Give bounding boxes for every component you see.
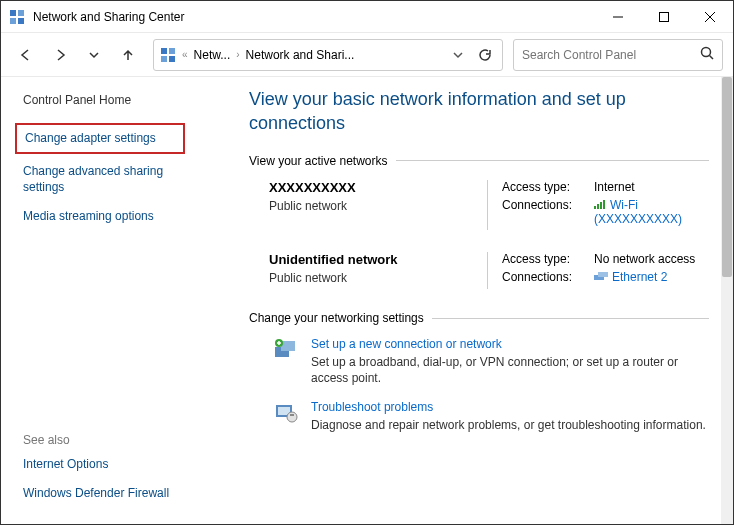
- forward-button[interactable]: [45, 40, 75, 70]
- value-access-type: No network access: [594, 252, 709, 266]
- svg-rect-14: [594, 206, 596, 209]
- breadcrumb-item[interactable]: Netw...: [194, 48, 231, 62]
- svg-rect-3: [18, 18, 24, 24]
- search-input[interactable]: [522, 48, 700, 62]
- label-access-type: Access type:: [502, 180, 594, 194]
- svg-rect-1: [18, 10, 24, 16]
- section-label: Change your networking settings: [249, 311, 424, 325]
- svg-rect-16: [600, 202, 602, 209]
- svg-rect-17: [603, 200, 605, 209]
- search-icon[interactable]: [700, 46, 714, 63]
- ethernet-icon: [594, 271, 608, 285]
- network-name: Unidentified network: [269, 252, 469, 267]
- svg-rect-0: [10, 10, 16, 16]
- svg-rect-10: [161, 56, 167, 62]
- sidebar-change-adapter-settings[interactable]: Change adapter settings: [15, 123, 185, 155]
- svg-rect-5: [660, 12, 669, 21]
- label-access-type: Access type:: [502, 252, 594, 266]
- sidebar-windows-defender-firewall[interactable]: Windows Defender Firewall: [23, 486, 207, 502]
- link-troubleshoot[interactable]: Troubleshoot problems: [311, 400, 706, 414]
- wifi-icon: [594, 198, 606, 212]
- connection-name: Wi-Fi (XXXXXXXXXX): [594, 198, 682, 227]
- network-center-icon: [160, 47, 176, 63]
- svg-rect-11: [169, 56, 175, 62]
- link-setup-connection[interactable]: Set up a new connection or network: [311, 337, 709, 351]
- svg-line-13: [710, 56, 714, 60]
- sidebar-internet-options[interactable]: Internet Options: [23, 457, 207, 473]
- maximize-button[interactable]: [641, 1, 687, 33]
- svg-point-12: [702, 48, 711, 57]
- svg-point-27: [287, 412, 297, 422]
- section-label: View your active networks: [249, 154, 388, 168]
- breadcrumb-prefix: «: [182, 49, 188, 60]
- breadcrumb-item[interactable]: Network and Shari...: [246, 48, 355, 62]
- see-also-heading: See also: [23, 433, 207, 447]
- sidebar-media-streaming-options[interactable]: Media streaming options: [23, 209, 207, 225]
- svg-rect-15: [597, 204, 599, 209]
- link-connection[interactable]: Ethernet 2: [594, 270, 709, 285]
- desc-setup-connection: Set up a broadband, dial-up, or VPN conn…: [311, 355, 709, 386]
- svg-rect-2: [10, 18, 16, 24]
- troubleshoot-icon: [273, 400, 299, 426]
- label-connections: Connections:: [502, 270, 594, 285]
- connection-name: Ethernet 2: [612, 270, 667, 284]
- search-box[interactable]: [513, 39, 723, 71]
- setup-connection-icon: [273, 337, 299, 363]
- address-bar[interactable]: « Netw... › Network and Shari...: [153, 39, 503, 71]
- history-dropdown[interactable]: [79, 40, 109, 70]
- link-connection[interactable]: Wi-Fi (XXXXXXXXXX): [594, 198, 709, 227]
- toolbar: « Netw... › Network and Shari...: [1, 33, 733, 77]
- scrollbar-thumb[interactable]: [722, 77, 732, 277]
- network-center-icon: [9, 9, 25, 25]
- network-type: Public network: [269, 271, 469, 285]
- value-access-type: Internet: [594, 180, 709, 194]
- sidebar-control-panel-home[interactable]: Control Panel Home: [23, 93, 207, 109]
- setup-connection-block: Set up a new connection or network Set u…: [273, 337, 709, 386]
- address-dropdown[interactable]: [448, 49, 468, 61]
- divider: [432, 318, 709, 319]
- window-title: Network and Sharing Center: [33, 10, 595, 24]
- svg-rect-19: [598, 272, 608, 277]
- close-button[interactable]: [687, 1, 733, 33]
- network-row: XXXXXXXXXX Public network Access type: I…: [269, 180, 709, 231]
- content: View your basic network information and …: [221, 77, 733, 525]
- section-active-networks: View your active networks: [249, 154, 709, 168]
- svg-rect-28: [290, 414, 294, 416]
- page-heading: View your basic network information and …: [249, 87, 709, 136]
- sidebar-change-advanced-sharing[interactable]: Change advanced sharing settings: [23, 164, 207, 195]
- up-button[interactable]: [113, 40, 143, 70]
- refresh-button[interactable]: [474, 48, 496, 62]
- chevron-right-icon: ›: [236, 49, 239, 60]
- body: Control Panel Home Change adapter settin…: [1, 77, 733, 525]
- svg-rect-8: [161, 48, 167, 54]
- svg-rect-21: [281, 341, 295, 351]
- divider: [396, 160, 709, 161]
- network-name: XXXXXXXXXX: [269, 180, 469, 195]
- vertical-scrollbar[interactable]: [721, 77, 733, 525]
- titlebar: Network and Sharing Center: [1, 1, 733, 33]
- network-row: Unidentified network Public network Acce…: [269, 252, 709, 289]
- network-type: Public network: [269, 199, 469, 213]
- sidebar: Control Panel Home Change adapter settin…: [1, 77, 221, 525]
- svg-rect-9: [169, 48, 175, 54]
- label-connections: Connections:: [502, 198, 594, 227]
- desc-troubleshoot: Diagnose and repair network problems, or…: [311, 418, 706, 434]
- section-change-settings: Change your networking settings: [249, 311, 709, 325]
- back-button[interactable]: [11, 40, 41, 70]
- minimize-button[interactable]: [595, 1, 641, 33]
- troubleshoot-block: Troubleshoot problems Diagnose and repai…: [273, 400, 709, 434]
